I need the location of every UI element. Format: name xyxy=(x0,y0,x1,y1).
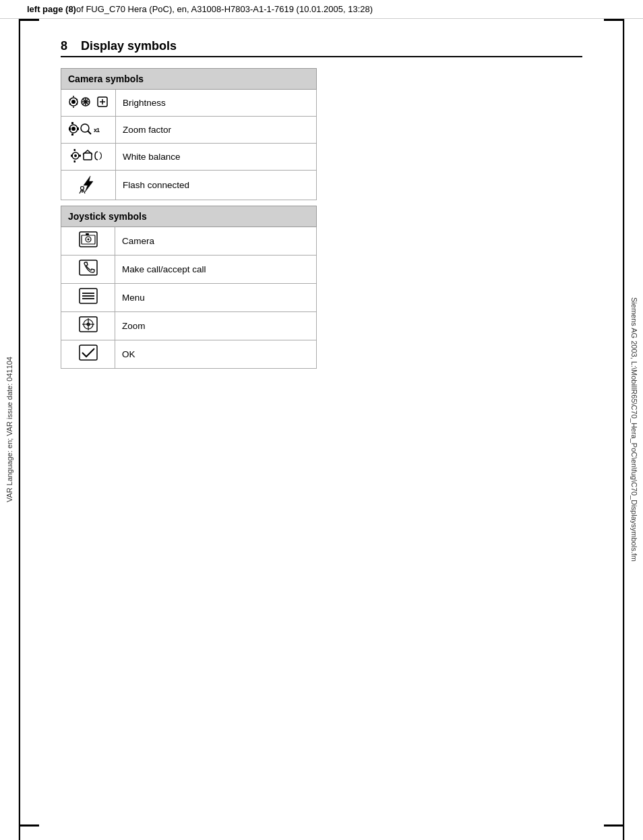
svg-rect-20 xyxy=(69,127,71,130)
table-row: Brightness xyxy=(61,90,317,117)
menu-joy-icon xyxy=(79,293,98,307)
camera-header-row: Camera symbols xyxy=(61,69,317,90)
call-joy-label: Make call/accept call xyxy=(115,256,317,284)
joystick-header-cell: Joystick symbols xyxy=(61,206,317,227)
table-row: Camera xyxy=(61,227,317,256)
svg-line-35 xyxy=(80,191,81,193)
main-content: 8 Display symbols Camera symbols xyxy=(34,19,609,394)
ok-joy-svg xyxy=(79,344,98,361)
svg-line-23 xyxy=(88,131,91,134)
table-row: OK xyxy=(61,340,317,369)
zoom-label: Zoom factor xyxy=(116,117,317,144)
white-balance-svg xyxy=(70,148,107,164)
section-title: Display symbols xyxy=(81,39,177,53)
ok-icon-cell xyxy=(61,340,115,369)
menu-joy-label: Menu xyxy=(115,284,317,312)
zoom-joy-icon xyxy=(79,322,98,335)
table-row: Zoom xyxy=(61,312,317,340)
zoom-icon: x1 xyxy=(68,121,109,137)
bottom-left-mark xyxy=(19,824,39,827)
joystick-symbols-table: Joystick symbols Camera xyxy=(61,206,317,369)
left-sidebar: VAR Language: en; VAR issue date: 041104 xyxy=(0,19,19,840)
zoom-svg: x1 xyxy=(68,121,109,137)
call-icon-cell xyxy=(61,256,115,284)
section-number: 8 xyxy=(61,39,67,53)
flash-svg xyxy=(78,175,98,193)
left-border xyxy=(19,19,20,840)
camera-joy-svg xyxy=(79,231,98,247)
header-bold: left page (8) xyxy=(27,4,76,14)
svg-point-17 xyxy=(71,127,75,131)
svg-text:x1: x1 xyxy=(94,127,100,133)
white-balance-icon xyxy=(70,148,107,164)
brightness-icon xyxy=(68,94,109,110)
ok-joy-label: OK xyxy=(115,340,317,369)
svg-rect-31 xyxy=(84,153,92,160)
ok-joy-icon xyxy=(79,350,98,363)
menu-icon-cell xyxy=(61,284,115,312)
zoom-icon-cell: x1 xyxy=(61,117,116,144)
white-balance-icon-cell xyxy=(61,144,116,171)
bottom-right-mark xyxy=(604,824,624,827)
svg-point-7 xyxy=(71,100,75,104)
flash-icon-cell xyxy=(61,171,116,200)
joystick-header-row: Joystick symbols xyxy=(61,206,317,227)
svg-rect-29 xyxy=(71,155,73,157)
zoom-joy-label: Zoom xyxy=(115,312,317,340)
white-balance-label: White balance xyxy=(116,144,317,171)
table-row: Menu xyxy=(61,284,317,312)
zoom-joy-icon-cell xyxy=(61,312,115,340)
svg-rect-19 xyxy=(71,133,73,136)
svg-rect-27 xyxy=(73,149,75,151)
left-sidebar-text: VAR Language: en; VAR issue date: 041104 xyxy=(5,357,13,502)
flash-label: Flash connected xyxy=(116,171,317,200)
flash-icon xyxy=(78,175,98,193)
svg-point-26 xyxy=(74,154,77,157)
zoom-joy-svg xyxy=(79,316,98,332)
table-row: White balance xyxy=(61,144,317,171)
right-sidebar: Siemens AG 2003, L:\MobilIR65\C70_Hera_P… xyxy=(624,19,643,840)
right-sidebar-text: Siemens AG 2003, L:\MobilIR65\C70_Hera_P… xyxy=(630,297,638,562)
svg-point-32 xyxy=(81,187,84,190)
svg-rect-52 xyxy=(80,345,97,360)
right-border xyxy=(623,19,624,840)
brightness-svg xyxy=(68,94,109,110)
svg-line-36 xyxy=(84,191,85,193)
svg-point-40 xyxy=(87,239,89,241)
table-row: x1 Zoom factor xyxy=(61,117,317,144)
camera-symbols-table: Camera symbols xyxy=(61,68,317,200)
camera-joy-label: Camera xyxy=(115,227,317,256)
section-heading: 8 Display symbols xyxy=(61,39,582,57)
brightness-label: Brightness xyxy=(116,90,317,117)
camera-joy-icon xyxy=(79,237,98,250)
table-row: Make call/accept call xyxy=(61,256,317,284)
svg-rect-30 xyxy=(79,155,81,157)
page-header: left page (8) of FUG_C70 Hera (PoC), en,… xyxy=(0,0,643,19)
camera-icon-cell xyxy=(61,227,115,256)
menu-joy-svg xyxy=(79,288,98,304)
svg-rect-41 xyxy=(86,233,89,235)
camera-header-cell: Camera symbols xyxy=(61,69,317,90)
table-row: Flash connected xyxy=(61,171,317,200)
svg-rect-28 xyxy=(73,160,75,162)
call-joy-svg xyxy=(79,260,98,276)
svg-rect-21 xyxy=(77,127,79,130)
header-rest: of FUG_C70 Hera (PoC), en, A31008-H7803-… xyxy=(76,4,373,14)
brightness-icon-cell xyxy=(61,90,116,117)
svg-rect-42 xyxy=(80,260,97,275)
call-joy-icon xyxy=(79,265,98,278)
svg-rect-18 xyxy=(71,122,73,124)
